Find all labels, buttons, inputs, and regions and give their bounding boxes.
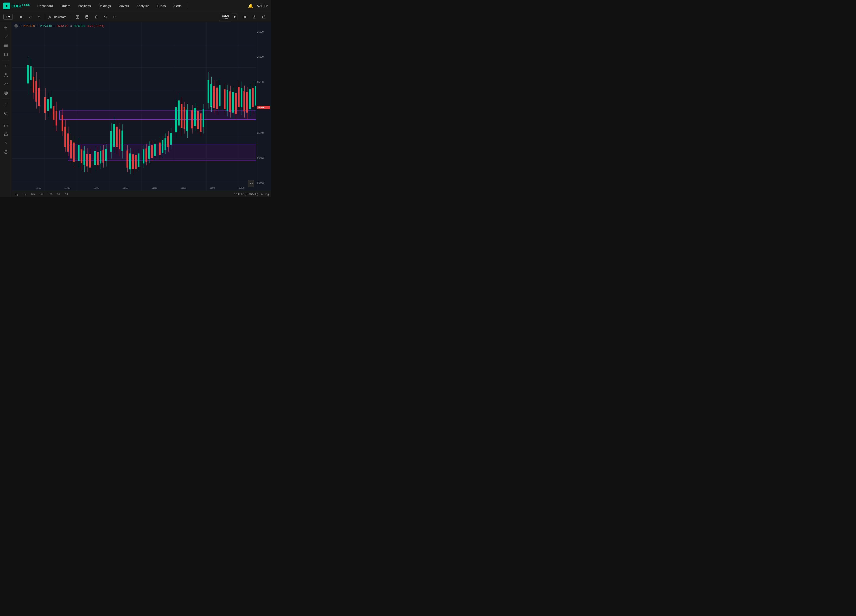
svg-rect-148 <box>178 100 180 125</box>
svg-line-31 <box>7 114 8 116</box>
svg-rect-86 <box>78 145 80 161</box>
svg-rect-126 <box>143 149 144 164</box>
nav-positions[interactable]: Positions <box>75 3 94 9</box>
svg-rect-104 <box>105 149 107 161</box>
svg-rect-152 <box>183 107 185 129</box>
svg-rect-56 <box>27 65 29 83</box>
screenshot-button[interactable] <box>250 14 259 20</box>
svg-rect-54 <box>59 111 263 119</box>
lock-tool[interactable] <box>2 130 10 138</box>
expand-button[interactable]: >> <box>248 180 254 187</box>
user-label[interactable]: AVT002 <box>257 4 268 8</box>
lock-draw-tool[interactable] <box>2 148 10 156</box>
price-25280: 25280 <box>257 81 270 83</box>
time-axis: 10:15 10:30 10:45 11:00 11:15 11:30 11:4… <box>24 185 256 191</box>
chart-type-button[interactable] <box>17 14 26 20</box>
svg-rect-158 <box>194 108 196 126</box>
log-toggle[interactable]: log <box>265 192 269 196</box>
bell-icon[interactable]: 🔔 <box>248 3 253 8</box>
svg-rect-58 <box>30 66 32 80</box>
nav-funds[interactable]: Funds <box>154 3 169 9</box>
save-button-group: Save Save ▾ <box>219 13 237 21</box>
zoom-tool[interactable] <box>2 109 10 117</box>
nav-dashboard[interactable]: Dashboard <box>34 3 56 9</box>
indicators-button[interactable]: 𝑓𝑥 Indicators <box>46 14 69 20</box>
tf-5d[interactable]: 5d <box>56 192 61 196</box>
nav-analytics[interactable]: Analytics <box>134 3 152 9</box>
undo-button[interactable] <box>101 14 110 20</box>
redo-button[interactable] <box>111 14 119 20</box>
svg-rect-90 <box>83 151 85 165</box>
chart-container[interactable]: — O 25269.60 H 25274.10 L 25264.20 C 252… <box>12 22 271 197</box>
svg-line-14 <box>5 35 8 38</box>
nav-orders[interactable]: Orders <box>58 3 73 9</box>
tf-3m[interactable]: 3m <box>38 192 45 196</box>
svg-rect-76 <box>62 116 63 131</box>
svg-rect-82 <box>70 140 72 159</box>
save-button[interactable]: Save Save <box>219 13 232 21</box>
svg-rect-70 <box>50 97 52 109</box>
clock-display: 17:45:03 (UTC+5:30) <box>234 192 258 196</box>
svg-rect-174 <box>219 85 220 106</box>
svg-rect-180 <box>229 91 231 112</box>
svg-rect-144 <box>170 133 172 145</box>
save-dropdown[interactable]: ▾ <box>232 14 237 20</box>
text-tool[interactable]: T <box>2 62 10 70</box>
svg-rect-120 <box>132 154 134 169</box>
svg-rect-146 <box>175 107 177 132</box>
svg-rect-68 <box>47 99 49 111</box>
svg-rect-94 <box>89 154 91 168</box>
svg-rect-124 <box>138 154 140 166</box>
svg-rect-18 <box>5 53 8 56</box>
collapse-tool[interactable]: < <box>2 139 10 147</box>
external-link-button[interactable] <box>259 14 268 20</box>
svg-rect-162 <box>200 113 202 132</box>
svg-rect-3 <box>22 16 22 18</box>
svg-rect-106 <box>110 131 112 152</box>
nav-holdings[interactable]: Holdings <box>95 3 114 9</box>
toolbar-sep-3 <box>71 14 71 20</box>
svg-rect-164 <box>203 109 204 127</box>
wave-tool[interactable] <box>2 80 10 88</box>
svg-rect-128 <box>145 148 147 162</box>
emoji-tool[interactable] <box>2 89 10 97</box>
series-indicator: — <box>14 24 18 28</box>
tool-sep-1 <box>3 60 9 60</box>
path-tool[interactable] <box>2 71 10 79</box>
ohlc-low: 25264.20 <box>57 25 68 28</box>
svg-rect-134 <box>154 144 155 156</box>
chart-type-dropdown[interactable]: ▾ <box>36 14 42 20</box>
save-icon-button[interactable] <box>83 14 91 20</box>
line-tool[interactable] <box>2 32 10 41</box>
svg-point-13 <box>254 17 255 18</box>
svg-rect-176 <box>224 89 226 109</box>
ruler-tool[interactable] <box>2 100 10 109</box>
fib-tool[interactable] <box>2 42 10 49</box>
tf-5y[interactable]: 5y <box>14 192 20 196</box>
svg-rect-114 <box>122 131 123 151</box>
percent-toggle[interactable]: % <box>260 192 263 196</box>
crosshair-tool[interactable]: ✛ <box>2 24 10 32</box>
svg-rect-118 <box>129 154 131 169</box>
delete-button[interactable] <box>92 14 100 20</box>
layout-button[interactable] <box>73 14 82 20</box>
tf-1y[interactable]: 1y <box>22 192 28 196</box>
svg-rect-194 <box>249 89 251 109</box>
nav-alerts[interactable]: Alerts <box>171 3 185 9</box>
settings-button[interactable] <box>241 14 249 20</box>
svg-rect-150 <box>181 104 183 128</box>
tf-6m[interactable]: 6m <box>30 192 36 196</box>
price-25300: 25300 <box>257 55 270 58</box>
svg-rect-138 <box>162 140 163 153</box>
chart-line-button[interactable] <box>26 14 35 20</box>
ohlc-change: -4.75 (-0.02%) <box>87 25 104 28</box>
svg-rect-112 <box>119 129 120 149</box>
interval-selector[interactable]: 1m <box>3 14 13 20</box>
tf-1m[interactable]: 1m <box>47 192 54 196</box>
toolbar: 1m ▾ 𝑓𝑥 Indicators Save Save ▾ <box>0 12 271 22</box>
magnet-tool[interactable] <box>2 121 10 129</box>
price-current: 25266 <box>257 106 270 109</box>
rectangle-tool[interactable] <box>2 51 10 59</box>
tf-1d[interactable]: 1d <box>64 192 69 196</box>
nav-movers[interactable]: Movers <box>115 3 132 9</box>
